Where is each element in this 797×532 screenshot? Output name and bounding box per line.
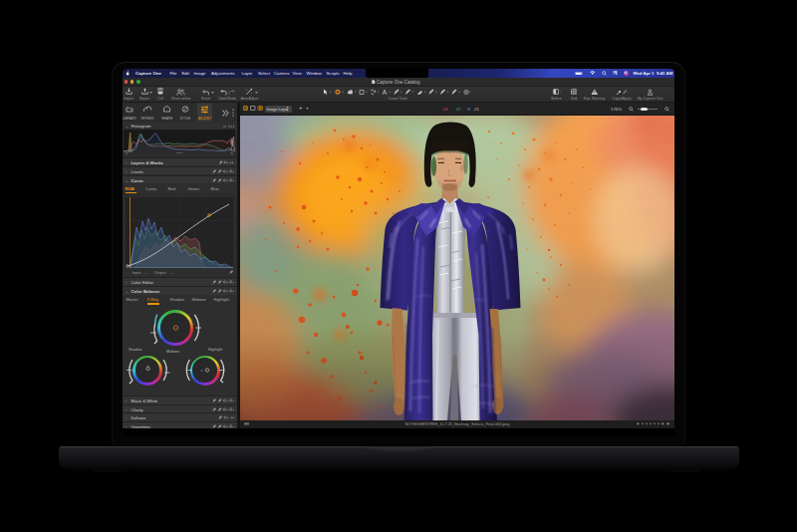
svg-text:Highlight: Highlight: [208, 348, 222, 352]
svg-text:ADJUST: ADJUST: [198, 117, 211, 121]
svg-text:Midtone: Midtone: [166, 350, 179, 354]
svg-text:LIBRARY: LIBRARY: [123, 117, 137, 121]
svg-text:Shadow: Shadow: [129, 348, 142, 352]
svg-text:SHAPE: SHAPE: [160, 117, 172, 121]
svg-text:TETHER: TETHER: [139, 117, 153, 121]
svg-text:STYLE: STYLE: [179, 117, 190, 121]
